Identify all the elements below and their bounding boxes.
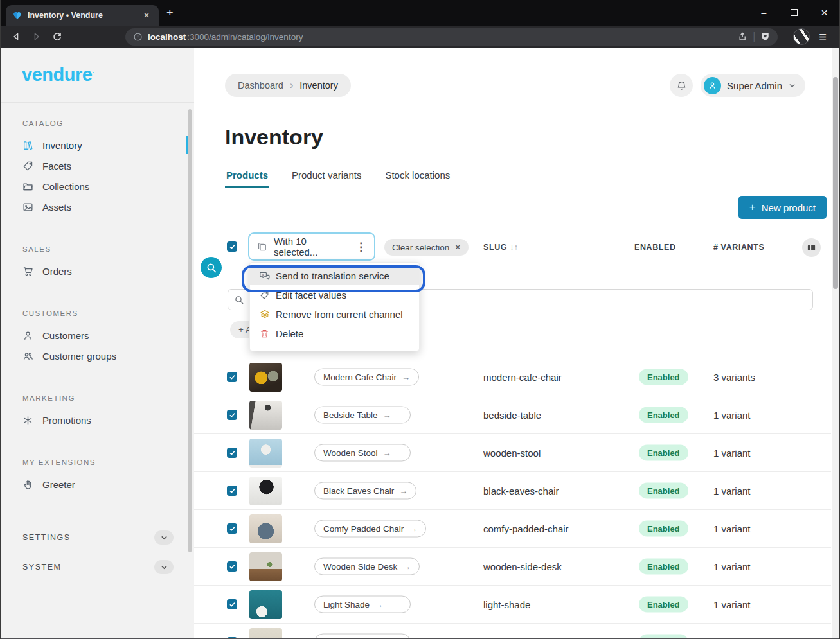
product-name-link[interactable]: Modern Cafe Chair→ <box>314 369 419 386</box>
row-checkbox[interactable] <box>227 599 237 609</box>
translate-icon: a <box>259 270 270 281</box>
chevron-down-icon <box>788 82 796 90</box>
product-name-link[interactable]: Wooden Side Desk→ <box>314 558 420 575</box>
arrow-right-icon: → <box>399 486 407 496</box>
product-thumbnail[interactable] <box>249 628 282 638</box>
url-path: :3000/admin/catalog/inventory <box>187 32 303 42</box>
product-name-link[interactable]: Bedside Table→ <box>314 407 411 424</box>
browser-profile-avatar[interactable] <box>793 28 810 45</box>
product-thumbnail[interactable] <box>249 401 282 430</box>
user-avatar-icon <box>704 77 721 94</box>
url-bar[interactable]: localhost:3000/admin/catalog/inventory | <box>125 28 778 46</box>
layers-icon <box>259 309 270 319</box>
user-menu[interactable]: Super Admin <box>701 74 805 97</box>
new-product-button[interactable]: + New product <box>738 196 827 219</box>
status-badge: Enabled <box>639 483 688 499</box>
section-title-my-extensions: MY EXTENSIONS <box>1 459 194 466</box>
vendure-favicon-icon <box>12 10 22 21</box>
tab-title: Inventory • Vendure <box>28 11 136 20</box>
row-checkbox[interactable] <box>227 523 237 534</box>
status-badge: Enabled <box>639 559 688 575</box>
variants-count: 1 variant <box>713 523 751 534</box>
sidebar-item-facets[interactable]: Facets <box>1 155 194 176</box>
tab-stock-locations[interactable]: Stock locations <box>384 167 451 188</box>
page-scrollbar[interactable] <box>832 48 839 638</box>
menu-item-delete[interactable]: Delete <box>250 324 419 343</box>
brave-shield-icon[interactable] <box>760 31 770 42</box>
asterisk-icon <box>22 415 33 426</box>
arrow-right-icon: → <box>402 562 411 572</box>
arrow-right-icon: → <box>383 448 391 458</box>
menu-item-send-to-translation[interactable]: a Send to translation service <box>250 266 419 285</box>
sidebar-item-orders[interactable]: Orders <box>1 261 194 281</box>
product-thumbnail[interactable] <box>249 439 282 468</box>
table-row: Light Shade→ light-shade Enabled 1 varia… <box>194 585 831 623</box>
sidebar-item-assets[interactable]: Assets <box>1 197 194 217</box>
browser-tab[interactable]: Inventory • Vendure ✕ <box>6 5 159 26</box>
column-settings-button[interactable] <box>802 238 821 257</box>
window-maximize-button[interactable] <box>779 8 809 18</box>
row-checkbox[interactable] <box>227 410 237 420</box>
product-name-link[interactable]: Black Eaves Chair→ <box>314 482 416 500</box>
share-icon[interactable] <box>737 31 747 42</box>
sidebar-section-system[interactable]: SYSTEM <box>1 552 194 582</box>
page-scrollbar-thumb[interactable] <box>833 77 838 289</box>
sidebar-item-customer-groups[interactable]: Customer groups <box>1 346 194 366</box>
arrow-right-icon: → <box>402 372 410 382</box>
browser-window: Inventory • Vendure ✕ + – ✕ localhost:30… <box>0 0 840 639</box>
table-row: Black Eaves Chair→ black-eaves-chair Ena… <box>194 471 831 509</box>
browser-menu-icon[interactable]: ≡ <box>812 30 833 44</box>
variants-count: 1 variant <box>713 561 751 572</box>
section-title-marketing: MARKETING <box>1 394 194 402</box>
back-button-icon[interactable] <box>7 28 25 46</box>
chevron-down-icon[interactable] <box>154 530 174 545</box>
sidebar-scrollbar[interactable] <box>188 109 192 552</box>
window-close-button[interactable]: ✕ <box>809 8 839 18</box>
with-selected-button[interactable]: With 10 selected... ⋮ <box>248 232 375 261</box>
table-row: Bedside Table→ bedside-table Enabled 1 v… <box>194 396 831 433</box>
select-all-checkbox[interactable] <box>227 241 237 252</box>
image-icon <box>22 202 33 213</box>
sidebar-item-greeter[interactable]: Greeter <box>1 474 194 495</box>
product-thumbnail[interactable] <box>249 590 282 619</box>
row-checkbox[interactable] <box>227 372 237 382</box>
breadcrumb-inventory: Inventory <box>299 80 338 91</box>
site-info-icon[interactable] <box>133 32 143 42</box>
forward-button-icon[interactable] <box>28 28 46 46</box>
breadcrumb-dashboard[interactable]: Dashboard <box>238 80 283 91</box>
product-name-link[interactable]: Comfy Padded Chair→ <box>314 520 426 538</box>
clear-selection-button[interactable]: Clear selection ✕ <box>384 239 469 256</box>
sort-icon[interactable]: ↓↑ <box>510 243 518 252</box>
product-thumbnail[interactable] <box>249 552 282 581</box>
tab-product-variants[interactable]: Product variants <box>290 167 362 188</box>
sidebar-item-customers[interactable]: Customers <box>1 325 194 346</box>
product-name-link[interactable]: Wooden Stool→ <box>314 444 411 462</box>
sidebar-item-inventory[interactable]: Inventory <box>1 135 194 155</box>
row-checkbox[interactable] <box>227 448 237 458</box>
product-name-link[interactable]: Light Shade→ <box>314 596 411 613</box>
sidebar-section-settings[interactable]: SETTINGS <box>1 523 194 552</box>
arrow-right-icon: → <box>383 410 391 420</box>
menu-item-remove-from-channel[interactable]: Remove from current channel <box>250 304 419 324</box>
row-checkbox[interactable] <box>227 561 237 572</box>
window-minimize-button[interactable]: – <box>749 8 779 18</box>
product-thumbnail[interactable] <box>249 514 282 543</box>
sidebar: vendure˙ CATALOG Inventory Facets Col <box>1 48 194 638</box>
notifications-button[interactable] <box>670 74 693 97</box>
table-row: Wooden Stool→ wooden-stool Enabled 1 var… <box>194 433 831 471</box>
products-table: Modern Cafe Chair→ modern-cafe-chair Ena… <box>194 358 831 638</box>
column-header-slug[interactable]: SLUG↓↑ <box>483 243 518 252</box>
sidebar-item-promotions[interactable]: Promotions <box>1 410 194 430</box>
menu-item-edit-facet-values[interactable]: Edit facet values <box>250 285 419 304</box>
kebab-menu-icon[interactable]: ⋮ <box>349 240 366 254</box>
tab-close-icon[interactable]: ✕ <box>141 10 152 21</box>
row-checkbox[interactable] <box>227 486 237 496</box>
product-thumbnail[interactable] <box>249 477 282 505</box>
chevron-down-icon[interactable] <box>154 560 174 574</box>
new-tab-button[interactable]: + <box>166 7 174 19</box>
reload-button-icon[interactable] <box>48 28 66 46</box>
tab-products[interactable]: Products <box>225 167 269 188</box>
product-thumbnail[interactable] <box>249 363 282 392</box>
hand-icon <box>22 479 33 490</box>
sidebar-item-collections[interactable]: Collections <box>1 176 194 197</box>
